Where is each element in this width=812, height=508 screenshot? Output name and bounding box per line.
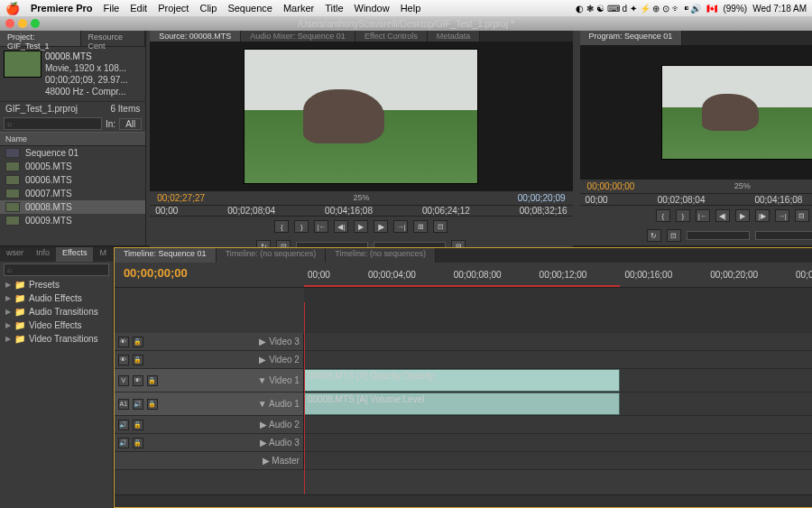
timeline-clip-video[interactable]: 00008.MTS [V] Opacity:Opacity: [304, 369, 620, 392]
track-body[interactable]: 00008.MTS [V] Opacity:Opacity: [304, 369, 812, 392]
tab-timeline-seq[interactable]: Timeline: Sequence 01: [115, 248, 217, 263]
bin-item-clip[interactable]: 00005.MTS: [0, 160, 145, 173]
track-body[interactable]: [304, 452, 812, 469]
go-to-out-button[interactable]: →|: [393, 220, 408, 233]
flag-icon[interactable]: 🇨🇦: [706, 4, 717, 14]
clock[interactable]: Wed 7:18 AM: [752, 4, 807, 14]
minimize-button[interactable]: [18, 19, 27, 28]
work-area-bar[interactable]: [304, 285, 620, 287]
track-mute-toggle[interactable]: 🔊: [133, 399, 143, 410]
tab-source[interactable]: Source: 00008.MTS: [150, 31, 241, 42]
mark-in-button[interactable]: {: [274, 220, 289, 233]
loop-button[interactable]: ↻: [647, 229, 661, 242]
timeline-ruler[interactable]: 00;00 00;00;04;00 00;00;08;00 00;00;12;0…: [304, 263, 812, 287]
program-time-ruler[interactable]: 00;00 00;02;08;04 00;04;16;08 00;06;24;1…: [580, 193, 812, 206]
track-body[interactable]: [304, 434, 812, 451]
program-tc-in[interactable]: 00;00;00;00: [587, 181, 635, 191]
effects-video-effects[interactable]: ▶📁Video Effects: [0, 319, 113, 332]
tab-timeline-empty1[interactable]: Timeline: (no sequences): [217, 248, 327, 263]
play-button[interactable]: ▶: [354, 220, 368, 233]
track-body[interactable]: [304, 416, 812, 433]
lift-button[interactable]: ⊟: [795, 209, 809, 222]
tab-audio-mixer[interactable]: Audio Mixer: Sequence 01: [241, 31, 355, 42]
menu-file[interactable]: File: [103, 3, 119, 14]
source-tc-in[interactable]: 00;02;27;27: [157, 193, 205, 203]
bin-item-clip-selected[interactable]: 00008.MTS: [0, 200, 145, 214]
effects-presets[interactable]: ▶📁Presets: [0, 278, 113, 291]
track-lock-toggle[interactable]: 🔒: [147, 375, 158, 386]
zoom-button[interactable]: [31, 19, 40, 28]
effects-search-input[interactable]: [4, 263, 109, 276]
program-zoom[interactable]: 25%: [734, 181, 751, 191]
source-zoom[interactable]: 25%: [353, 193, 369, 203]
overwrite-button[interactable]: ⊡: [433, 220, 448, 233]
jog-slider[interactable]: [687, 231, 750, 240]
tab-metadata[interactable]: Metadata: [428, 31, 481, 42]
track-mute-toggle[interactable]: 🔊: [118, 420, 129, 430]
track-body[interactable]: [304, 351, 812, 368]
tab-timeline-empty2[interactable]: Timeline: (no sequences): [326, 248, 436, 263]
track-lock-toggle[interactable]: 🔒: [133, 337, 143, 347]
track-lock-toggle[interactable]: 🔒: [133, 438, 143, 448]
go-to-out-button[interactable]: →|: [775, 209, 789, 222]
clip-thumbnail[interactable]: [4, 51, 42, 78]
tab-markers[interactable]: M: [93, 247, 113, 262]
safe-margins-button[interactable]: ⊡: [667, 229, 681, 242]
app-name[interactable]: Premiere Pro: [31, 3, 92, 14]
source-time-ruler[interactable]: 00;00 00;02;08;04 00;04;16;08 00;06;24;1…: [150, 205, 572, 217]
bin-item-clip[interactable]: 00006.MTS: [0, 173, 145, 187]
track-visibility-toggle[interactable]: 👁: [133, 375, 143, 386]
step-back-button[interactable]: ◀|: [334, 220, 348, 233]
bin-item-clip[interactable]: 00009.MTS: [0, 214, 145, 227]
tab-project[interactable]: Project: GIF_Test_1: [0, 31, 81, 46]
menu-help[interactable]: Help: [401, 3, 421, 14]
mark-out-button[interactable]: }: [676, 209, 690, 222]
tab-resource[interactable]: Resource Cent: [81, 31, 146, 46]
menu-project[interactable]: Project: [158, 3, 189, 14]
track-lock-toggle[interactable]: 🔒: [147, 399, 158, 410]
apple-menu-icon[interactable]: 🍎: [5, 2, 20, 15]
menu-title[interactable]: Title: [325, 3, 343, 14]
source-video-area[interactable]: [150, 42, 572, 191]
step-back-button[interactable]: ◀|: [715, 209, 730, 222]
effects-audio-effects[interactable]: ▶📁Audio Effects: [0, 291, 113, 305]
tab-info[interactable]: Info: [30, 247, 56, 262]
source-tc-out[interactable]: 00;00;20;09: [518, 193, 566, 203]
timeline-scrollbar[interactable]: [115, 494, 812, 507]
status-icons[interactable]: ◐ ❃ ☯ ⌨ d ✦ ⚡ ⊕ ⊙ ᯤ ◧ 🔊: [576, 4, 701, 14]
menu-window[interactable]: Window: [355, 3, 390, 14]
battery-status[interactable]: (99%): [723, 4, 747, 14]
project-search-input[interactable]: [4, 117, 102, 130]
effects-audio-transitions[interactable]: ▶📁Audio Transitions: [0, 305, 113, 319]
step-fwd-button[interactable]: |▶: [755, 209, 770, 222]
mark-out-button[interactable]: }: [294, 220, 309, 233]
tab-effect-controls[interactable]: Effect Controls: [355, 31, 428, 42]
playhead[interactable]: [304, 302, 305, 494]
tab-browser[interactable]: wser: [0, 247, 30, 262]
menu-marker[interactable]: Marker: [283, 3, 314, 14]
effects-video-transitions[interactable]: ▶📁Video Transitions: [0, 332, 113, 346]
play-button[interactable]: ▶: [735, 209, 750, 222]
track-mute-toggle[interactable]: 🔊: [118, 438, 129, 448]
mark-in-button[interactable]: {: [656, 209, 670, 222]
tab-program[interactable]: Program: Sequence 01: [580, 31, 683, 45]
insert-button[interactable]: ⊞: [413, 220, 428, 233]
track-target[interactable]: A1: [118, 399, 129, 410]
search-scope[interactable]: All: [119, 118, 142, 130]
column-name[interactable]: Name: [0, 132, 145, 146]
menu-clip[interactable]: Clip: [199, 3, 217, 14]
track-target[interactable]: V: [118, 375, 129, 386]
bin-item-sequence[interactable]: Sequence 01: [0, 146, 145, 160]
shuttle-slider[interactable]: [755, 231, 812, 240]
close-button[interactable]: [5, 19, 14, 28]
timeline-timecode[interactable]: 00;00;00;00: [115, 263, 304, 287]
program-video-area[interactable]: [580, 45, 812, 180]
step-fwd-button[interactable]: |▶: [374, 220, 388, 233]
track-lock-toggle[interactable]: 🔒: [133, 355, 143, 365]
track-body[interactable]: 00008.MTS [A] Volume:Level: [304, 393, 812, 415]
tab-effects[interactable]: Effects: [56, 247, 93, 262]
go-to-in-button[interactable]: |←: [696, 209, 710, 222]
go-to-in-button[interactable]: |←: [314, 220, 328, 233]
track-visibility-toggle[interactable]: 👁: [118, 355, 129, 365]
track-visibility-toggle[interactable]: 👁: [118, 337, 129, 347]
